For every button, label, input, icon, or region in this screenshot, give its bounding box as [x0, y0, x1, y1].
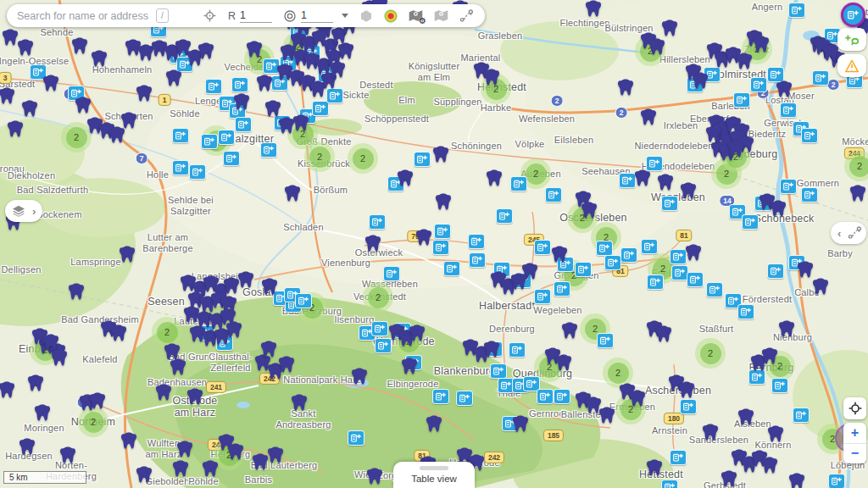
dentist-marker[interactable]: [201, 459, 220, 479]
dentist-marker[interactable]: [648, 37, 667, 57]
cluster-marker[interactable]: 2: [348, 143, 378, 174]
dentist-marker[interactable]: [135, 465, 154, 485]
dentist-marker[interactable]: [70, 36, 90, 56]
dentist-marker[interactable]: [33, 403, 53, 423]
dentist-marker[interactable]: [18, 437, 37, 457]
add-search-button[interactable]: [837, 28, 866, 51]
dentist-marker[interactable]: [175, 440, 195, 459]
table-view-sheet[interactable]: Table view: [393, 462, 475, 488]
clinic-marker[interactable]: [828, 474, 845, 488]
clinic-marker[interactable]: [172, 160, 189, 175]
clinic-marker[interactable]: [348, 430, 364, 446]
dentist-marker[interactable]: [677, 380, 697, 400]
dentist-marker[interactable]: [434, 192, 453, 212]
dentist-marker[interactable]: [660, 19, 680, 38]
clinic-marker[interactable]: [647, 274, 664, 290]
dentist-marker[interactable]: [704, 125, 724, 144]
dentist-marker[interactable]: [364, 234, 383, 253]
dentist-marker[interactable]: [109, 324, 129, 343]
dentist-marker[interactable]: [766, 424, 786, 444]
cluster-marker[interactable]: 2: [363, 282, 393, 313]
chevron-down-icon[interactable]: [342, 14, 348, 18]
clinic-marker[interactable]: [597, 333, 614, 348]
clinic-marker[interactable]: [312, 101, 329, 116]
dentist-marker[interactable]: [654, 324, 674, 344]
dentist-marker[interactable]: [50, 348, 70, 368]
clinic-marker[interactable]: [604, 255, 621, 270]
dentist-marker[interactable]: [6, 119, 25, 139]
dentist-marker[interactable]: [365, 467, 385, 486]
clinic-marker[interactable]: [469, 252, 486, 268]
warning-button[interactable]: [837, 54, 866, 77]
dentist-marker[interactable]: [283, 184, 303, 203]
dentist-marker[interactable]: [290, 393, 309, 413]
clinic-marker[interactable]: [260, 142, 277, 158]
clinic-marker[interactable]: [788, 3, 805, 18]
clinic-marker[interactable]: [737, 304, 754, 319]
dentist-marker[interactable]: [400, 357, 420, 376]
clinic-marker[interactable]: [801, 187, 818, 202]
dentist-marker[interactable]: [787, 472, 807, 488]
clinic-marker[interactable]: [201, 134, 218, 149]
clinic-marker[interactable]: [468, 234, 485, 249]
dentist-marker[interactable]: [154, 383, 174, 402]
dentist-marker[interactable]: [735, 52, 754, 71]
dentist-marker[interactable]: [431, 145, 451, 164]
clinic-marker[interactable]: [490, 363, 507, 379]
map-markers-icon[interactable]: [434, 9, 448, 22]
clinic-marker[interactable]: [432, 389, 449, 404]
clinic-marker[interactable]: [383, 266, 400, 281]
dentist-marker[interactable]: [550, 245, 570, 264]
dentist-marker[interactable]: [292, 114, 311, 133]
drag-handle[interactable]: [420, 466, 448, 470]
dentist-marker[interactable]: [485, 169, 504, 188]
clinic-marker[interactable]: [443, 261, 460, 276]
dentist-marker[interactable]: [88, 391, 108, 411]
dentist-marker[interactable]: [760, 456, 780, 475]
clinic-marker[interactable]: [750, 77, 767, 92]
dentist-marker[interactable]: [26, 374, 46, 393]
clinic-marker[interactable]: [620, 247, 637, 263]
dentist-marker[interactable]: [560, 321, 580, 341]
dentist-marker[interactable]: [628, 389, 648, 408]
clinic-marker[interactable]: [172, 128, 189, 143]
clinic-marker[interactable]: [641, 239, 658, 254]
clinic-marker[interactable]: [326, 88, 343, 103]
clinic-marker[interactable]: [189, 164, 206, 180]
clinic-marker[interactable]: [661, 480, 678, 488]
dentist-marker[interactable]: [328, 60, 348, 80]
dentist-marker[interactable]: [259, 340, 279, 359]
dentist-marker[interactable]: [260, 277, 280, 297]
dentist-marker[interactable]: [777, 319, 797, 339]
clinic-marker[interactable]: [780, 103, 797, 118]
dentist-marker[interactable]: [0, 380, 17, 400]
hexagon-layer-icon[interactable]: [359, 9, 373, 23]
dentist-marker[interactable]: [415, 228, 434, 247]
dentist-marker[interactable]: [775, 80, 794, 99]
clinic-marker[interactable]: [235, 117, 252, 132]
dentist-marker[interactable]: [164, 69, 184, 88]
dentist-marker[interactable]: [726, 140, 746, 159]
dentist-marker[interactable]: [811, 277, 831, 297]
dentist-marker[interactable]: [20, 99, 40, 119]
zoom-out-button[interactable]: −: [843, 444, 866, 464]
clinic-marker[interactable]: [509, 342, 526, 358]
dentist-marker[interactable]: [255, 74, 275, 93]
dentist-marker[interactable]: [350, 367, 370, 386]
dentist-marker[interactable]: [277, 355, 297, 374]
clinic-marker[interactable]: [545, 187, 562, 202]
clinic-marker[interactable]: [771, 378, 788, 393]
dentist-marker[interactable]: [108, 125, 127, 145]
dentist-marker[interactable]: [752, 35, 771, 54]
dentist-marker[interactable]: [509, 272, 529, 291]
clinic-marker[interactable]: [218, 130, 235, 145]
cluster-marker[interactable]: 2: [695, 338, 726, 369]
dentist-marker[interactable]: [554, 353, 574, 373]
search-input[interactable]: Search for name or address: [17, 10, 148, 22]
clinic-marker[interactable]: [537, 389, 554, 404]
clinic-marker[interactable]: [680, 399, 697, 414]
clinic-marker[interactable]: [575, 262, 592, 277]
radius-input[interactable]: 1: [240, 9, 272, 23]
layers-panel-toggle[interactable]: ›: [5, 200, 42, 222]
dentist-marker[interactable]: [633, 169, 653, 188]
